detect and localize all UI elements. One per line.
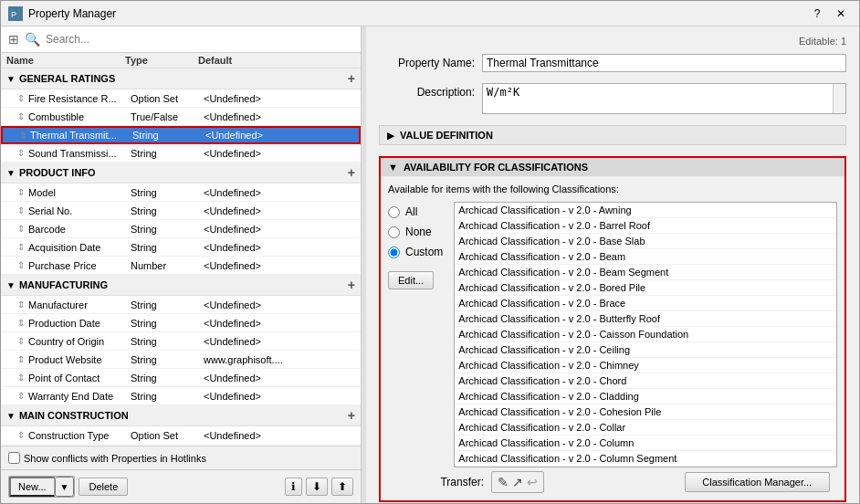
row-type: String <box>131 148 204 159</box>
classification-manager-button[interactable]: Classification Manager... <box>685 472 831 492</box>
drag-icon: ⇕ <box>17 336 25 346</box>
group-manufacturing[interactable]: ▼ MANUFACTURING + <box>1 275 361 296</box>
edit-button[interactable]: Edit... <box>388 271 434 289</box>
classification-item[interactable]: Archicad Classification - v 2.0 - Beam S… <box>455 265 836 280</box>
drag-icon: ⇕ <box>17 373 25 383</box>
transfer-row: Transfer: ✎ ↗ ↩ Classification Manager..… <box>388 471 837 493</box>
import-button[interactable]: ⬇ <box>306 478 328 496</box>
radio-custom-label: Custom <box>405 246 443 258</box>
add-button-main-construction[interactable]: + <box>348 408 355 423</box>
description-textarea[interactable]: W/m²K <box>483 84 833 113</box>
transfer-down-button[interactable]: ✎ <box>498 475 509 489</box>
tree-row[interactable]: ⇕ Serial No. String <Undefined> <box>1 202 361 220</box>
tree-row[interactable]: ⇕ Sound Transmissi... String <Undefined> <box>1 144 361 163</box>
classification-item[interactable]: Archicad Classification - v 2.0 - Collar <box>455 420 836 436</box>
transfer-label: Transfer: <box>388 476 484 488</box>
group-product-info[interactable]: ▼ PRODUCT INFO + <box>1 163 361 184</box>
classifications-column: Archicad Classification - v 2.0 - Awning… <box>454 202 837 467</box>
row-name: Country of Origin <box>28 336 131 347</box>
classification-item[interactable]: Archicad Classification - v 2.0 - Butter… <box>455 311 836 327</box>
property-name-input[interactable] <box>482 54 846 72</box>
add-button-manufacturing[interactable]: + <box>348 278 355 292</box>
delete-button[interactable]: Delete <box>79 478 128 496</box>
classification-item[interactable]: Archicad Classification - v 2.0 - Column <box>455 436 836 451</box>
search-bar: ⊞ 🔍 <box>1 26 361 53</box>
help-button[interactable]: ? <box>806 5 828 23</box>
tree-row-selected[interactable]: ⇕ Thermal Transmit... String <Undefined> <box>1 126 361 144</box>
row-type: Number <box>131 260 204 271</box>
tree-row[interactable]: ⇕ Warranty End Date String <Undefined> <box>1 387 361 405</box>
group-general-ratings[interactable]: ▼ GENERAL RATINGS + <box>1 68 361 89</box>
conflicts-checkbox[interactable] <box>8 452 20 464</box>
availability-label: AVAILABILITY FOR CLASSIFICATIONS <box>404 162 588 173</box>
tree-row[interactable]: ⇕ Production Date String <Undefined> <box>1 314 361 332</box>
tree-row[interactable]: ⇕ Acquisition Date String <Undefined> <box>1 238 361 257</box>
tree-row[interactable]: ⇕ Combustible True/False <Undefined> <box>1 108 361 126</box>
property-manager-window: P Property Manager ? ✕ ⊞ 🔍 Name Type Def… <box>0 0 860 504</box>
group-label: MANUFACTURING <box>19 279 108 290</box>
drag-icon: ⇕ <box>17 260 25 270</box>
tree-row[interactable]: ⇕ Product Website String www.graphisoft.… <box>1 351 361 369</box>
drag-icon: ⇕ <box>19 131 26 141</box>
classification-item[interactable]: Archicad Classification - v 2.0 - Caisso… <box>455 327 836 342</box>
add-button-product[interactable]: + <box>348 165 355 180</box>
row-name: Thermal Transmit... <box>30 130 132 141</box>
edit-btn-row: Edit... <box>388 271 443 289</box>
row-type: String <box>131 242 204 253</box>
classification-item[interactable]: Archicad Classification - v 2.0 - Ceilin… <box>455 342 836 358</box>
tree-row[interactable]: ⇕ Construction Type Option Set <Undefine… <box>1 426 361 445</box>
classification-item[interactable]: Archicad Classification - v 2.0 - Brace <box>455 296 836 311</box>
export-button[interactable]: ⬆ <box>331 478 353 496</box>
row-default: <Undefined> <box>204 260 355 271</box>
classification-item[interactable]: Archicad Classification - v 2.0 - Bored … <box>455 280 836 296</box>
classification-item[interactable]: Archicad Classification - v 2.0 - Claddi… <box>455 389 836 404</box>
search-input[interactable] <box>46 33 353 46</box>
info-button[interactable]: ℹ <box>285 478 302 496</box>
classifications-list[interactable]: Archicad Classification - v 2.0 - Awning… <box>454 202 837 467</box>
new-dropdown-arrow[interactable]: ▼ <box>55 477 75 497</box>
tree-row[interactable]: ⇕ Barcode String <Undefined> <box>1 220 361 238</box>
classification-item[interactable]: Archicad Classification - v 2.0 - Beam <box>455 249 836 265</box>
row-default: <Undefined> <box>204 187 355 198</box>
row-type: String <box>132 130 205 141</box>
drag-icon: ⇕ <box>17 205 25 215</box>
transfer-up-button[interactable]: ↗ <box>512 475 523 489</box>
row-name: Acquisition Date <box>28 242 131 253</box>
classification-item[interactable]: Archicad Classification - v 2.0 - Chord <box>455 373 836 389</box>
new-button[interactable]: New... <box>9 477 55 497</box>
transfer-undo-button[interactable]: ↩ <box>527 475 538 489</box>
row-default: <Undefined> <box>204 336 355 347</box>
description-row: Description: W/m²K <box>379 83 846 114</box>
row-type: String <box>131 224 204 235</box>
classification-item[interactable]: Archicad Classification - v 2.0 - Chimne… <box>455 358 836 373</box>
classification-item[interactable]: Archicad Classification - v 2.0 - Column… <box>455 451 836 467</box>
group-main-construction[interactable]: ▼ MAIN CONSTRUCTION + <box>1 405 361 426</box>
tree-row[interactable]: ⇕ Fire Resistance R... Option Set <Undef… <box>1 89 361 108</box>
classification-item[interactable]: Archicad Classification - v 2.0 - Cohesi… <box>455 404 836 420</box>
availability-body: Available for items with the following C… <box>381 176 844 500</box>
add-button-general[interactable]: + <box>348 71 355 86</box>
classification-item[interactable]: Archicad Classification - v 2.0 - Awning <box>455 203 836 218</box>
tree-row[interactable]: ⇕ Point of Contact String <Undefined> <box>1 369 361 387</box>
tree-row[interactable]: ⇕ Manufacturer String <Undefined> <box>1 296 361 314</box>
close-button[interactable]: ✕ <box>830 5 852 23</box>
tree-row[interactable]: ⇕ Country of Origin String <Undefined> <box>1 332 361 351</box>
classification-item[interactable]: Archicad Classification - v 2.0 - Barrel… <box>455 218 836 234</box>
row-name: Fire Resistance R... <box>28 93 131 104</box>
tree-row[interactable]: ⇕ Purchase Price Number <Undefined> <box>1 257 361 275</box>
radio-all-input[interactable] <box>388 206 400 218</box>
tree-area[interactable]: ▼ GENERAL RATINGS + ⇕ Fire Resistance R.… <box>1 68 361 446</box>
tree-row[interactable]: ⇕ Model String <Undefined> <box>1 184 361 202</box>
main-content: ⊞ 🔍 Name Type Default ▼ GENERAL RATINGS … <box>1 26 859 503</box>
row-name: Product Website <box>28 354 131 365</box>
radio-none-input[interactable] <box>388 226 400 238</box>
description-scrollbar[interactable] <box>833 84 845 113</box>
row-default: <Undefined> <box>205 130 353 141</box>
row-default: <Undefined> <box>204 299 355 310</box>
radio-custom-input[interactable] <box>388 247 400 258</box>
value-definition-header[interactable]: ▶ VALUE DEFINITION <box>380 126 845 144</box>
availability-header[interactable]: ▼ AVAILABILITY FOR CLASSIFICATIONS <box>381 158 844 176</box>
row-type: Option Set <box>131 93 204 104</box>
classification-item[interactable]: Archicad Classification - v 2.0 - Base S… <box>455 234 836 249</box>
drag-icon: ⇕ <box>17 224 25 234</box>
